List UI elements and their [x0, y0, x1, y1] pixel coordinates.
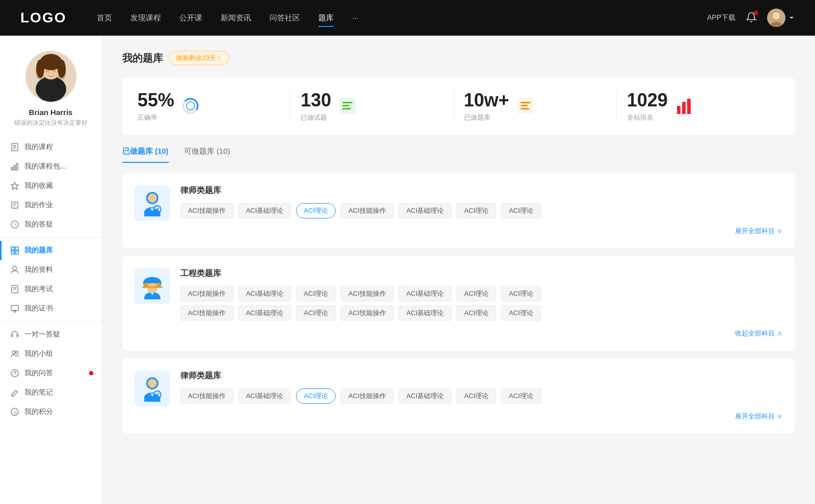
sidebar-label: 我的课程包...	[24, 162, 66, 171]
sidebar-item-my-groups[interactable]: 我的小组	[0, 344, 101, 363]
tag[interactable]: ACI技能操作	[341, 388, 394, 404]
sidebar-item-my-homework[interactable]: 我的作业	[0, 195, 101, 215]
stat-done-banks: 10w+ 已做题库	[454, 90, 617, 122]
logo[interactable]: LOGO	[20, 10, 66, 26]
svg-rect-62	[682, 102, 686, 114]
header: LOGO 首页 发现课程 公开课 新闻资讯 问答社区 题库 ··· APP下载	[0, 0, 815, 36]
library-1-tags: ACI技能操作 ACI基础理论 ACI理论 ACI技能操作 ACI基础理论 AC…	[180, 203, 782, 218]
sidebar-item-my-points[interactable]: 分 我的积分	[0, 402, 101, 422]
lawyer-icon-wrap	[134, 185, 170, 221]
tag[interactable]: ACI基础理论	[238, 305, 291, 321]
expand-link-3[interactable]: 展开全部科目 ∨	[180, 408, 782, 421]
tag[interactable]: ACI理论	[456, 203, 496, 218]
svg-point-32	[13, 266, 17, 270]
sidebar-item-my-certs[interactable]: 我的证书	[0, 299, 101, 318]
pie-chart-icon	[180, 96, 201, 116]
user-avatar-wrapper[interactable]	[767, 9, 795, 27]
notification-bell[interactable]	[746, 12, 757, 24]
sidebar-item-one-on-one[interactable]: 一对一答疑	[0, 325, 101, 344]
svg-rect-54	[342, 102, 352, 103]
app-download-button[interactable]: APP下载	[707, 13, 736, 22]
sidebar-item-my-notes[interactable]: 我的笔记	[0, 383, 101, 402]
svg-marker-22	[11, 182, 18, 189]
tag-active[interactable]: ACI理论	[296, 203, 336, 218]
tag[interactable]: ACI理论	[501, 388, 541, 404]
sidebar-item-my-answers[interactable]: 我的问答	[0, 363, 101, 383]
avatar	[767, 9, 785, 27]
tab-done-library[interactable]: 已做题库 (10)	[122, 147, 169, 162]
svg-rect-56	[342, 108, 351, 109]
library-3-content: 律师类题库 ACI技能操作 ACI基础理论 ACI理论 ACI技能操作 ACI基…	[180, 371, 782, 421]
sidebar-label: 我的问答	[24, 369, 53, 378]
tag[interactable]: ACI理论	[296, 286, 336, 301]
tag[interactable]: ACI理论	[456, 388, 496, 404]
tag[interactable]: ACI技能操作	[341, 286, 394, 301]
bar-chart-icon	[674, 96, 694, 116]
tag[interactable]: ACI理论	[456, 286, 496, 301]
svg-text:?: ?	[14, 222, 16, 228]
sidebar-label: 我的题库	[24, 246, 53, 255]
tag[interactable]: ACI理论	[501, 286, 541, 301]
tag[interactable]: ACI技能操作	[341, 203, 394, 218]
tag[interactable]: ACI理论	[456, 305, 496, 321]
svg-rect-61	[677, 106, 681, 114]
nav-open[interactable]: 公开课	[179, 11, 202, 25]
library-2-tags-row1: ACI技能操作 ACI基础理论 ACI理论 ACI技能操作 ACI基础理论 AC…	[180, 286, 782, 301]
sidebar-label: 我的小组	[24, 349, 53, 358]
note-icon	[10, 201, 19, 210]
sidebar-item-my-exams[interactable]: 我的考试	[0, 279, 101, 299]
tag[interactable]: ACI理论	[296, 305, 336, 321]
svg-rect-20	[14, 165, 15, 170]
sidebar-item-my-packages[interactable]: 我的课程包...	[0, 157, 101, 176]
nav-qa[interactable]: 问答社区	[269, 11, 300, 25]
tag[interactable]: ACI基础理论	[399, 203, 452, 218]
tag[interactable]: ACI技能操作	[180, 388, 233, 404]
library-2-tags-row2: ACI技能操作 ACI基础理论 ACI理论 ACI技能操作 ACI基础理论 AC…	[180, 305, 782, 321]
tag[interactable]: ACI理论	[501, 203, 541, 218]
svg-rect-59	[521, 105, 528, 106]
sidebar-divider	[0, 237, 101, 238]
tag[interactable]: ACI理论	[501, 305, 541, 321]
collapse-link-2[interactable]: 收起全部科目 ∧	[180, 325, 782, 338]
nav-library[interactable]: 题库	[318, 11, 334, 25]
stat-rank-value: 1029	[627, 90, 668, 111]
nav-home[interactable]: 首页	[97, 11, 112, 25]
sidebar-item-my-questions[interactable]: ? 我的答疑	[0, 215, 101, 234]
notification-dot	[754, 11, 758, 15]
tag[interactable]: ACI技能操作	[180, 305, 233, 321]
svg-point-14	[53, 70, 56, 72]
lawyer-icon-wrap-3	[134, 371, 170, 406]
stat-done-questions-value: 130	[301, 90, 331, 111]
svg-rect-60	[521, 108, 529, 109]
tag[interactable]: ACI技能操作	[341, 305, 394, 321]
svg-line-45	[16, 390, 17, 392]
sidebar-label: 一对一答疑	[24, 330, 60, 339]
lawyer-icon	[139, 190, 166, 216]
main-nav: 首页 发现课程 公开课 新闻资讯 问答社区 题库 ···	[97, 11, 707, 25]
tag[interactable]: ACI基础理论	[399, 286, 452, 301]
nav-discover[interactable]: 发现课程	[130, 11, 161, 25]
tag[interactable]: ACI基础理论	[238, 388, 291, 404]
sidebar-item-my-favorites[interactable]: 我的收藏	[0, 176, 101, 195]
sidebar-item-my-profile[interactable]: 我的资料	[0, 260, 101, 279]
tag-active[interactable]: ACI理论	[296, 388, 336, 404]
nav-more[interactable]: ···	[352, 11, 359, 25]
svg-rect-21	[16, 163, 18, 170]
expand-link-1[interactable]: 展开全部科目 ∨	[180, 222, 782, 236]
nav-news[interactable]: 新闻资讯	[221, 11, 251, 25]
tag[interactable]: ACI技能操作	[180, 203, 233, 218]
sidebar-item-my-courses[interactable]: 我的课程	[0, 137, 101, 157]
header-right: APP下载	[707, 9, 795, 27]
profile-avatar	[25, 51, 76, 102]
tag[interactable]: ACI基础理论	[399, 305, 452, 321]
tag[interactable]: ACI基础理论	[399, 388, 452, 404]
tag[interactable]: ACI技能操作	[180, 286, 233, 301]
sidebar-item-my-library[interactable]: 我的题库	[0, 241, 101, 260]
tag[interactable]: ACI基础理论	[238, 286, 291, 301]
main-layout: Brian Harris 错误的决定比没有决定要好 我的课程	[0, 36, 815, 504]
tab-available-library[interactable]: 可做题库 (10)	[184, 147, 230, 162]
tag[interactable]: ACI基础理论	[238, 203, 291, 218]
engineer-icon-wrap	[134, 268, 170, 304]
stat-done-banks-label: 已做题库	[464, 113, 509, 122]
svg-point-44	[14, 374, 15, 375]
